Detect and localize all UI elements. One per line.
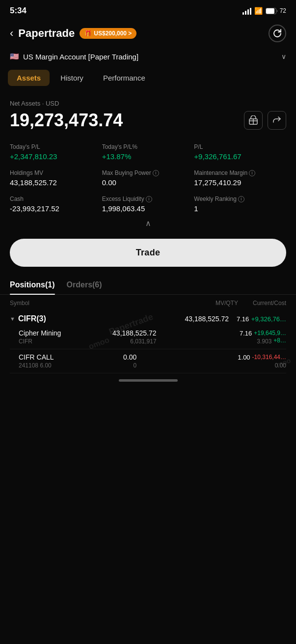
stat-value-todays-pl-pct: +13.87% <box>102 152 194 161</box>
stat-label-weekly-ranking: Weekly Ranking i <box>194 196 286 202</box>
position-symbol-label: CIFR(3) <box>18 314 46 323</box>
refresh-button[interactable] <box>269 25 286 42</box>
bottom-bar <box>0 373 296 386</box>
sub-cost-line-call: 0.00 <box>206 361 286 369</box>
sub-price-line-call: 1.00 -10,316,44… <box>206 354 286 361</box>
stat-value-todays-pl: +2,347,810.23 <box>10 152 102 161</box>
asset-action-icons <box>244 111 286 130</box>
stat-maintenance-margin: Maintenance Margin i 17,275,410.29 <box>194 169 286 187</box>
stat-value-holdings-mv: 43,188,525.72 <box>10 178 102 187</box>
tab-positions[interactable]: Positions(1) <box>10 280 55 294</box>
share-icon[interactable] <box>268 111 286 130</box>
gift-emoji: 🎁 <box>84 30 92 37</box>
sub-gain: +19,645,9… <box>254 330 286 337</box>
wifi-icon: 📶 <box>254 7 263 15</box>
sub-name: Cipher Mining <box>19 329 61 337</box>
sub-mv-call: 0.00 <box>123 353 136 361</box>
expand-icon: ▼ <box>10 316 15 322</box>
account-name: US Margin Account [Paper Trading] <box>23 53 138 61</box>
trade-button[interactable]: Trade <box>10 239 286 267</box>
stat-label-maintenance-margin: Maintenance Margin i <box>194 169 286 176</box>
battery-level: 72 <box>280 7 286 14</box>
stat-value-cash: -23,993,217.52 <box>10 204 102 213</box>
account-row[interactable]: 🇺🇸 US Margin Account [Paper Trading] ∨ <box>0 48 296 68</box>
tab-assets[interactable]: Assets <box>8 70 50 86</box>
position-gain: +9,326,76… <box>251 315 286 323</box>
sub-name-wrap-call: CIFR CALL 241108 6.00 <box>19 353 54 369</box>
stat-label-todays-pl-pct: Today's P/L% <box>102 143 194 150</box>
stat-todays-pl: Today's P/L +2,347,810.23 <box>10 143 102 161</box>
sub-row-cifr-call[interactable]: CIFR CALL 241108 6.00 0.00 0 1.00 -10,31… <box>10 349 286 373</box>
th-mvqty: MV/QTY <box>215 300 238 307</box>
sub-ticker: CIFR <box>19 338 61 345</box>
position-group-cifr: ▼ CIFR(3) 43,188,525.72 7.16 +9,326,76… … <box>0 309 296 373</box>
net-assets-row: 19,273,473.74 <box>10 110 286 131</box>
stat-excess-liquidity: Excess Liquidity i 1,998,063.45 <box>102 196 194 213</box>
info-icon-weekly-ranking[interactable]: i <box>238 196 244 202</box>
sub-price-line: 7.16 +19,645,9… <box>208 330 286 337</box>
header-left: ‹ Papertrade 🎁 US$200,000 > <box>10 27 136 40</box>
tab-orders[interactable]: Orders(6) <box>67 280 102 294</box>
th-symbol: Symbol <box>10 300 29 307</box>
back-button[interactable]: ‹ <box>10 27 13 40</box>
position-current-gain: 7.16 +9,326,76… <box>237 314 286 323</box>
sub-price-wrap: 7.16 +19,645,9… 3.903 +8… <box>208 330 286 345</box>
sub-cost-gain: +8… <box>273 337 286 345</box>
position-symbol: ▼ CIFR(3) <box>10 314 46 323</box>
home-indicator <box>119 379 178 382</box>
stat-label-max-buying-power: Max Buying Power i <box>102 169 194 176</box>
sub-name-call: CIFR CALL <box>19 353 54 361</box>
gift-badge[interactable]: 🎁 US$200,000 > <box>80 28 136 39</box>
collapse-row[interactable]: ∧ <box>0 213 296 231</box>
sub-gain-call: -10,316,44… <box>252 354 286 361</box>
tab-performance[interactable]: Performance <box>94 70 154 86</box>
trade-button-wrap: Trade <box>0 231 296 277</box>
sub-name-wrap: Cipher Mining CIFR <box>19 329 61 345</box>
net-assets-value: 19,273,473.74 <box>10 110 123 131</box>
status-icons: 📶 72 <box>242 7 286 15</box>
info-icon-max-buying-power[interactable]: i <box>153 170 159 176</box>
stat-cash: Cash -23,993,217.52 <box>10 196 102 213</box>
net-assets-section: Net Assets · USD 19,273,473.74 <box>0 92 296 136</box>
sub-mv-wrap-call: 0.00 0 <box>123 353 136 369</box>
sub-qty: 6,031,917 <box>112 338 157 345</box>
stat-value-maintenance-margin: 17,275,410.29 <box>194 178 286 187</box>
stat-label-pl: P/L <box>194 143 286 150</box>
positions-table: Papertrade omoo moo trade omoo ▼ CIFR(3)… <box>0 309 296 373</box>
gift-card-icon[interactable] <box>244 111 263 130</box>
stat-value-weekly-ranking: 1 <box>194 204 286 213</box>
positions-tabs: Positions(1) Orders(6) <box>0 277 296 295</box>
status-time: 5:34 <box>10 6 27 16</box>
th-current-cost: Current/Cost <box>253 300 286 307</box>
tab-history[interactable]: History <box>52 70 92 86</box>
battery-icon: 72 <box>266 7 286 14</box>
info-icon-maintenance-margin[interactable]: i <box>249 170 255 176</box>
status-bar: 5:34 📶 72 <box>0 0 296 20</box>
stat-max-buying-power: Max Buying Power i 0.00 <box>102 169 194 187</box>
stat-weekly-ranking: Weekly Ranking i 1 <box>194 196 286 213</box>
sub-price-wrap-call: 1.00 -10,316,44… 0.00 <box>206 354 286 369</box>
sub-ticker-call: 241108 6.00 <box>19 362 54 369</box>
app-title: Papertrade <box>18 27 75 40</box>
stat-label-todays-pl: Today's P/L <box>10 143 102 150</box>
svg-rect-1 <box>266 8 274 14</box>
gift-label: US$200,000 > <box>94 30 132 37</box>
sub-mv-wrap: 43,188,525.72 6,031,917 <box>112 329 157 345</box>
sub-qty-call: 0 <box>123 362 136 369</box>
position-current: 7.16 <box>237 315 249 323</box>
sub-mv: 43,188,525.72 <box>112 329 157 337</box>
stat-holdings-mv: Holdings MV 43,188,525.72 <box>10 169 102 187</box>
collapse-arrow-icon[interactable]: ∧ <box>145 219 151 228</box>
header: ‹ Papertrade 🎁 US$200,000 > <box>0 20 296 48</box>
info-icon-excess-liquidity[interactable]: i <box>146 196 152 202</box>
stats-grid: Today's P/L +2,347,810.23 Today's P/L% +… <box>0 136 296 213</box>
stat-label-excess-liquidity: Excess Liquidity i <box>102 196 194 202</box>
sub-row-cipher-mining[interactable]: Cipher Mining CIFR 43,188,525.72 6,031,9… <box>10 325 286 349</box>
position-main-row[interactable]: ▼ CIFR(3) 43,188,525.72 7.16 +9,326,76… <box>10 309 286 325</box>
stat-value-excess-liquidity: 1,998,063.45 <box>102 204 194 213</box>
account-chevron-icon[interactable]: ∨ <box>281 53 286 60</box>
stat-pl: P/L +9,326,761.67 <box>194 143 286 161</box>
position-main-values: 43,188,525.72 7.16 +9,326,76… <box>185 314 287 323</box>
account-label: 🇺🇸 US Margin Account [Paper Trading] <box>10 52 138 61</box>
stat-value-pl: +9,326,761.67 <box>194 152 286 161</box>
